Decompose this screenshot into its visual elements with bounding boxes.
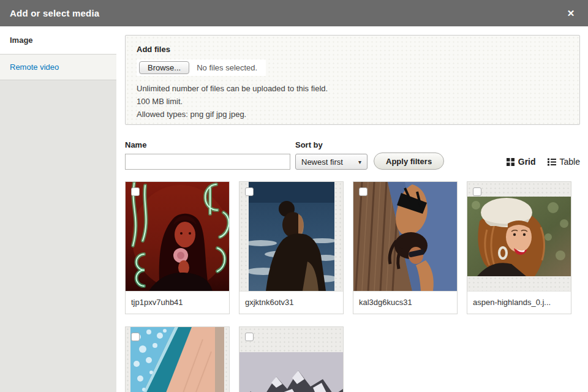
view-toggles: Grid Table xyxy=(507,157,580,170)
media-thumbnail[interactable] xyxy=(467,182,571,291)
media-item-checkbox[interactable] xyxy=(245,333,254,341)
media-type-sidebar: Image Remote video xyxy=(0,26,116,392)
modal-header: Add or select media ✕ xyxy=(0,0,588,26)
table-view-toggle[interactable]: Table xyxy=(548,157,580,167)
media-item-checkbox[interactable] xyxy=(131,187,140,196)
media-card xyxy=(125,326,230,392)
browse-button[interactable]: Browse... xyxy=(139,61,189,74)
media-item-checkbox[interactable] xyxy=(245,187,254,196)
photo-neon-woman xyxy=(126,182,229,291)
sort-by-label: Sort by xyxy=(295,140,368,149)
modal-title: Add or select media xyxy=(10,8,564,18)
sort-select-value: Newest first xyxy=(301,157,343,167)
no-files-text: No files selected. xyxy=(197,63,257,72)
media-name: gxjktnk6otv31 xyxy=(239,291,343,314)
media-card: kal3dg6kucs31 xyxy=(353,181,458,314)
grid-view-toggle[interactable]: Grid xyxy=(507,157,536,167)
add-files-label: Add files xyxy=(137,45,568,54)
media-grid: tjp1pxv7uhb41 xyxy=(125,181,580,392)
file-input-row: Browse... No files selected. xyxy=(137,59,266,76)
sidebar-item-remote-video[interactable]: Remote video xyxy=(0,54,116,80)
sidebar-item-image[interactable]: Image xyxy=(0,26,116,54)
media-item-checkbox[interactable] xyxy=(131,333,140,341)
apply-filters-button[interactable]: Apply filters xyxy=(374,153,444,170)
upload-help-line: Allowed types: png gif jpg jpeg. xyxy=(137,108,568,121)
media-item-checkbox[interactable] xyxy=(359,187,368,196)
name-filter-input[interactable] xyxy=(125,154,290,170)
media-thumbnail[interactable] xyxy=(126,327,229,392)
photo-aerial-beach xyxy=(130,327,224,392)
media-name: tjp1pxv7uhb41 xyxy=(126,291,229,314)
media-card: tjp1pxv7uhb41 xyxy=(125,181,230,314)
sort-select[interactable]: Newest first ▾ xyxy=(295,154,368,170)
media-card xyxy=(239,326,344,392)
media-name: kal3dg6kucs31 xyxy=(353,291,457,314)
close-icon[interactable]: ✕ xyxy=(564,6,578,21)
upload-help-line: Unlimited number of files can be uploade… xyxy=(137,82,568,95)
photo-snowy-mountains xyxy=(239,352,343,392)
sidebar-item-label: Remote video xyxy=(10,62,59,72)
photo-beret-woman xyxy=(467,197,571,276)
chevron-down-icon: ▾ xyxy=(358,159,361,165)
grid-toggle-label: Grid xyxy=(518,157,536,167)
table-toggle-label: Table xyxy=(560,157,580,167)
photo-lounger-woman xyxy=(353,182,457,291)
media-thumbnail[interactable] xyxy=(126,182,229,291)
photo-sea-silhouette xyxy=(249,182,334,291)
grid-icon xyxy=(507,158,514,166)
upload-panel: Add files Browse... No files selected. U… xyxy=(125,35,580,125)
media-name: aspen-highlands_0.j... xyxy=(467,291,571,314)
media-library-content: Add files Browse... No files selected. U… xyxy=(116,26,588,392)
media-thumbnail[interactable] xyxy=(239,182,343,291)
media-card: aspen-highlands_0.j... xyxy=(467,181,571,314)
table-icon xyxy=(548,158,556,166)
media-item-checkbox[interactable] xyxy=(473,187,481,196)
sidebar-item-label: Image xyxy=(10,36,33,45)
upload-help-line: 100 MB limit. xyxy=(137,95,568,108)
media-thumbnail[interactable] xyxy=(353,182,457,291)
filter-row: Name Sort by Newest first ▾ Apply filter… xyxy=(125,134,580,170)
media-thumbnail[interactable] xyxy=(239,327,343,392)
name-filter-label: Name xyxy=(125,140,290,149)
media-card: gxjktnk6otv31 xyxy=(239,181,344,314)
